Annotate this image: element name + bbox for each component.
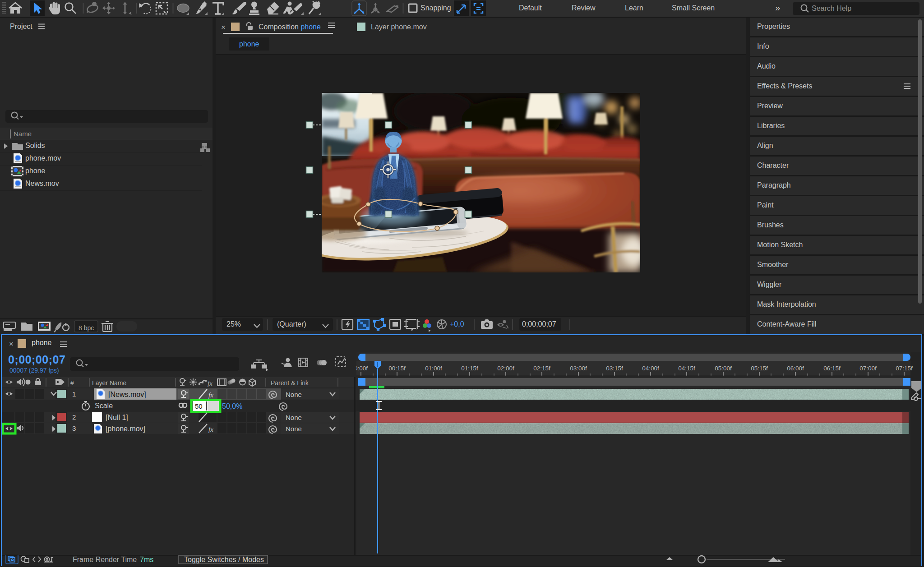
svg-text:Parent & Link: Parent & Link	[271, 379, 309, 387]
svg-text:07:15f: 07:15f	[896, 365, 913, 372]
svg-text:01:15f: 01:15f	[461, 365, 478, 372]
svg-text:04:15f: 04:15f	[678, 365, 695, 372]
svg-text:02:15f: 02:15f	[533, 365, 550, 372]
svg-text:fx: fx	[208, 426, 213, 433]
svg-text:[News.mov]: [News.mov]	[108, 391, 146, 398]
svg-text:7ms: 7ms	[140, 556, 153, 563]
svg-text:00:15f: 00:15f	[388, 365, 406, 372]
svg-text:05:00f: 05:00f	[715, 365, 732, 372]
svg-text:fx: fx	[208, 392, 213, 399]
svg-text:Scale: Scale	[95, 402, 113, 410]
svg-text:03:15f: 03:15f	[606, 365, 623, 372]
svg-text:2: 2	[72, 413, 76, 421]
svg-text:07:00f: 07:00f	[859, 365, 877, 372]
svg-text:None: None	[286, 391, 302, 398]
svg-text:50: 50	[195, 402, 203, 410]
svg-text:06:00f: 06:00f	[787, 365, 804, 372]
svg-text:03:00f: 03:00f	[570, 365, 587, 372]
svg-text:None: None	[286, 414, 302, 421]
svg-text:50,0%: 50,0%	[222, 402, 242, 410]
svg-text:[Null 1]: [Null 1]	[106, 414, 128, 421]
svg-text:#: #	[70, 379, 74, 387]
svg-text:0:00f: 0:00f	[356, 365, 368, 372]
svg-text:Layer Name: Layer Name	[92, 379, 126, 387]
svg-text:None: None	[286, 425, 302, 433]
svg-text:Frame Render Time: Frame Render Time	[73, 556, 137, 563]
svg-text:01:00f: 01:00f	[425, 365, 442, 372]
svg-text:04:00f: 04:00f	[642, 365, 659, 372]
svg-text:fx: fx	[208, 380, 213, 387]
svg-text:[phone.mov]: [phone.mov]	[106, 425, 145, 433]
svg-text:05:15f: 05:15f	[751, 365, 768, 372]
svg-text:1: 1	[72, 390, 76, 398]
svg-text:02:00f: 02:00f	[497, 365, 514, 372]
svg-text:3: 3	[72, 424, 76, 432]
svg-text:Toggle Switches / Modes: Toggle Switches / Modes	[184, 556, 264, 563]
svg-text:06:15f: 06:15f	[823, 365, 841, 372]
